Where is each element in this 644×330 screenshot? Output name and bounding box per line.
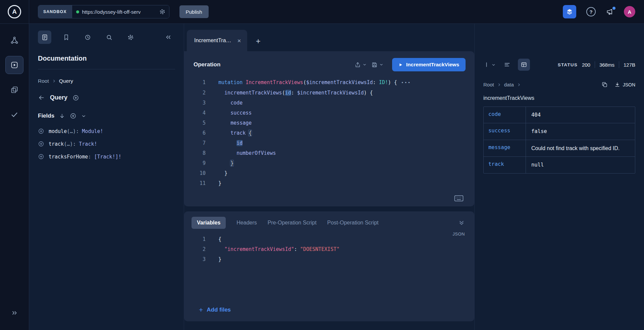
operation-code-line-6[interactable]: 6 track { (184, 128, 474, 138)
tab-headers[interactable]: Headers (236, 217, 257, 229)
announcements-button[interactable] (606, 8, 614, 16)
response-key: track (484, 157, 526, 173)
sidebar-item-checks[interactable] (5, 106, 23, 124)
sidebar-item-collections[interactable] (5, 81, 23, 99)
operation-code-line-7[interactable]: 7 id (184, 138, 474, 148)
operation-code-line-10[interactable]: 10 } (184, 168, 474, 178)
add-fields-button[interactable] (70, 113, 76, 119)
add-tab-button[interactable]: + (256, 37, 261, 45)
breadcrumb-query[interactable]: Query (59, 78, 73, 84)
sort-fields-button[interactable] (59, 113, 65, 119)
explorer-settings-button[interactable] (124, 30, 137, 44)
breadcrumb-root[interactable]: Root (483, 82, 494, 87)
body-row: Documentation Root Query Query (0, 24, 644, 330)
operation-code-line-5[interactable]: 5 message (184, 118, 474, 128)
saved-operations-button[interactable] (59, 30, 73, 44)
operation-editor[interactable]: 1mutation IncrementTrackViews($increment… (184, 77, 474, 188)
status-label: STATUS (558, 62, 578, 67)
doc-field-tracksForHome[interactable]: tracksForHome: [Track!]! (38, 153, 175, 160)
add-files-button[interactable]: + Add files (184, 306, 474, 321)
code-content: code (206, 98, 243, 108)
chevron-down-icon (379, 63, 383, 67)
divider (38, 69, 175, 69)
doc-fields-list: module(…): Module!track(…): Track!tracks… (38, 128, 175, 160)
variables-code-line-3[interactable]: 3} (184, 254, 474, 264)
run-operation-button[interactable]: IncrementTrackViews (392, 58, 466, 71)
endpoint-settings-button[interactable] (156, 5, 169, 18)
plus-circle-icon (72, 94, 79, 101)
response-actions: JSON (601, 81, 635, 88)
response-panel: STATUS 200 368ms 127B Root data (474, 24, 644, 330)
operation-code-line-4[interactable]: 4 success (184, 108, 474, 118)
search-button[interactable] (102, 30, 116, 44)
list-view-button[interactable] (501, 59, 513, 71)
fields-options-button[interactable] (81, 114, 86, 119)
add-all-fields-button[interactable] (72, 94, 79, 101)
download-icon (614, 82, 620, 87)
chevron-down-icon (363, 63, 367, 67)
breadcrumb-root[interactable]: Root (38, 78, 49, 84)
save-operation-button[interactable] (371, 62, 383, 68)
variables-code-line-1[interactable]: 1{ (184, 234, 474, 244)
tab-variables[interactable]: Variables (192, 217, 226, 229)
operation-code-line-2[interactable]: 2 incrementTrackViews(id: $incrementTrac… (184, 88, 474, 98)
response-cursor-button[interactable] (483, 59, 496, 71)
collapse-panel-button[interactable] (162, 30, 175, 44)
history-button[interactable] (81, 30, 94, 44)
tab-row: IncrementTra… × + (184, 24, 474, 51)
tab-post-operation-script[interactable]: Post-Operation Script (327, 217, 379, 229)
double-chevron-left-icon (165, 34, 172, 41)
topbar-main: SANDBOX https://odyssey-lift-off-serv Pu… (29, 0, 644, 23)
operation-panel: Operation (184, 51, 474, 206)
download-json-button[interactable]: JSON (614, 82, 635, 87)
keyboard-shortcuts-button[interactable] (454, 195, 464, 202)
code-content: } (206, 158, 233, 168)
operation-code-line-8[interactable]: 8 numberOfViews (184, 148, 474, 158)
response-value: null (526, 157, 635, 173)
help-button[interactable]: ? (586, 7, 596, 16)
variables-code-line-2[interactable]: 2 "incrementTrackViewsId": "DOESNTEXIST" (184, 244, 474, 254)
operation-code-line-11[interactable]: 11} (184, 178, 474, 188)
response-value: 404 (526, 107, 635, 123)
apollo-logo[interactable]: A (8, 5, 21, 18)
plus-circle-icon[interactable] (38, 141, 44, 147)
operation-code-line-3[interactable]: 3 code (184, 98, 474, 108)
code-content: } (206, 168, 227, 178)
plus-icon: + (199, 306, 203, 313)
back-button[interactable] (38, 94, 45, 101)
variables-editor[interactable]: 1{2 "incrementTrackViewsId": "DOESNTEXIS… (184, 234, 474, 264)
operation-code-line-1[interactable]: 1mutation IncrementTrackViews($increment… (184, 77, 474, 88)
operation-code-line-9[interactable]: 9 } (184, 158, 474, 168)
plus-circle-icon[interactable] (38, 128, 44, 134)
expand-sidebar-button[interactable] (5, 304, 23, 322)
table-view-button[interactable] (518, 59, 530, 71)
publish-button[interactable]: Publish (179, 5, 209, 18)
documentation-panel: Documentation Root Query Query (29, 24, 184, 330)
sidebar-item-explorer[interactable] (5, 56, 23, 74)
code-content: { (206, 234, 221, 244)
response-toolbar: STATUS 200 368ms 127B (483, 59, 635, 71)
line-number: 7 (184, 138, 206, 148)
doc-field-track[interactable]: track(…): Track! (38, 141, 175, 147)
chevron-right-icon (52, 79, 56, 83)
avatar[interactable]: A (624, 6, 635, 17)
documentation-tab-button[interactable] (38, 30, 51, 44)
breadcrumb-data[interactable]: data (504, 82, 514, 87)
plus-circle-icon[interactable] (38, 153, 44, 160)
topbar: A SANDBOX https://odyssey-lift-off-serv … (0, 0, 644, 24)
graphos-button[interactable] (563, 5, 576, 18)
copy-response-button[interactable] (601, 81, 608, 88)
response-key: code (484, 107, 526, 123)
variables-header: VariablesHeadersPre-Operation ScriptPost… (184, 211, 474, 231)
line-number: 2 (184, 244, 206, 254)
operation-tab[interactable]: IncrementTra… × (187, 30, 247, 51)
sidebar-item-schema[interactable] (5, 31, 23, 49)
close-icon[interactable]: × (237, 38, 241, 44)
collapse-variables-button[interactable] (458, 219, 465, 226)
tab-pre-operation-script[interactable]: Pre-Operation Script (268, 217, 317, 229)
sandbox-badge[interactable]: SANDBOX (38, 5, 72, 18)
share-operation-button[interactable] (355, 62, 367, 68)
doc-field-module[interactable]: module(…): Module! (38, 128, 175, 134)
endpoint-url-field[interactable]: https://odyssey-lift-off-serv (72, 5, 156, 18)
response-table: code404successfalsemessageCould not find… (483, 107, 635, 174)
